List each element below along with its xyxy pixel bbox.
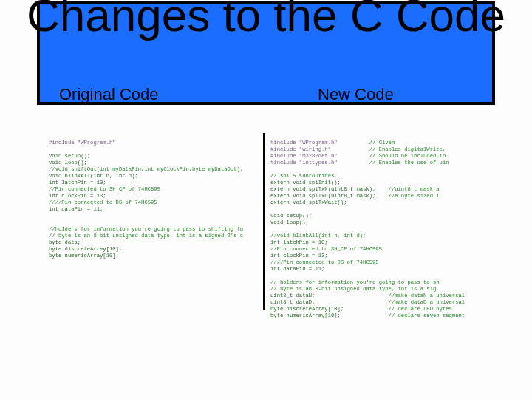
code-line: void loop(); (270, 219, 309, 225)
page-title: Changes to the C Code (0, 0, 532, 39)
code-comment: //make dataN a universal (389, 293, 466, 299)
code-line: #include "inttypes.h" (270, 160, 338, 166)
code-line: // byte is an 8-bit unsigned data type, … (270, 286, 436, 292)
code-line: // byte is an 8-bit unsigned data type, … (49, 233, 243, 239)
code-line: void setup(); (270, 213, 312, 219)
code-line: void blinkAll(int n, int d); (49, 173, 138, 179)
subtitle-original: Original Code (59, 85, 159, 104)
code-line: //holders for information you're going t… (49, 226, 243, 232)
code-line: ////Pin connected to DS of 74HC595 (270, 259, 379, 265)
code-line: uint8_t dataD; (270, 299, 315, 305)
code-line: byte numericArray[10]; (270, 313, 341, 318)
code-line: #include "WProgram.h" (49, 140, 116, 146)
code-line: int latchPin = 10; (49, 180, 106, 185)
code-line: byte discreteArray[10]; (270, 306, 344, 312)
code-line: //void shiftOut(int myDataPin,int myCloc… (49, 166, 243, 172)
code-line: // holders for information you're going … (270, 279, 440, 285)
code-line: #include "wiring.h" (270, 146, 331, 152)
code-line: #include "WProgram.h" (270, 140, 338, 146)
code-comment: // Given (369, 140, 395, 146)
code-line: #include "m328Pdef.h" (270, 153, 338, 159)
code-line: //void blinkAll(int n, int d); (270, 233, 366, 239)
code-comparison: #include "WProgram.h" void setup(); void… (49, 133, 485, 310)
code-comment: // Should be included in (369, 153, 446, 159)
code-comment: //make dataD a universal (389, 299, 466, 305)
code-line: // spi.S subroutines (270, 173, 334, 179)
subtitle-new: New Code (318, 85, 394, 104)
code-comment: // declare seven segment (389, 313, 466, 318)
code-line: extern void spiTxN(uint8_t mask); (270, 186, 375, 192)
code-comment: // Enables the use of uin (369, 160, 449, 166)
code-comment: // Enables digitalWrite, (369, 146, 446, 152)
code-line: int clockPin = 13; (270, 253, 328, 259)
code-line: //Pin connected to SH_CP of 74HC595 (49, 186, 160, 192)
code-new: #include "WProgram.h" // Given #include … (265, 133, 483, 310)
code-line: ////Pin connected to DS of 74HC595 (49, 200, 157, 205)
code-comment: //uint8_t mask a (389, 186, 440, 192)
code-line: byte numericArray[10]; (49, 253, 119, 259)
code-line: extern void spiTxD(uint8_t mask); (270, 193, 375, 199)
code-line: int dataPin = 11; (270, 266, 324, 272)
code-line: int clockPin = 13; (49, 193, 106, 199)
code-line: uint8_t dataN; (270, 293, 315, 299)
code-comment: //a byte sized i (389, 193, 440, 199)
code-line: byte discreteArray[10]; (49, 246, 122, 252)
code-line: //Pin connected to SH_CP of 74HC595 (270, 246, 382, 252)
code-line: extern void spiTxWait(); (270, 200, 347, 205)
code-comment: // declare LED bytes (389, 306, 452, 312)
code-line: void setup(); (49, 153, 90, 159)
code-line: void loop(); (49, 160, 87, 166)
code-line: int latchPin = 10; (270, 239, 328, 245)
code-line: int dataPin = 11; (49, 206, 103, 212)
code-line: byte data; (49, 239, 81, 245)
code-line: extern void spiInit(); (270, 180, 341, 185)
code-original: #include "WProgram.h" void setup(); void… (49, 133, 263, 310)
